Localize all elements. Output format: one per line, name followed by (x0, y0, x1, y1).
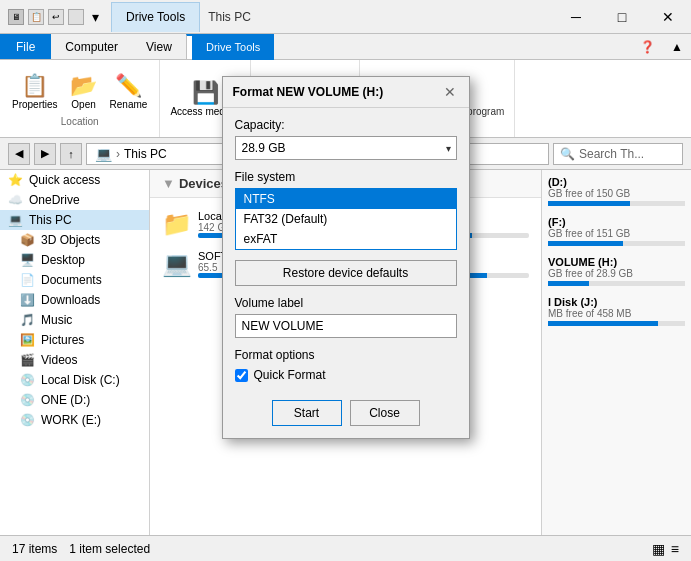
filesystem-dropdown: NTFS FAT32 (Default) exFAT (235, 188, 457, 250)
volume-label-label: Volume label (235, 296, 457, 310)
filesystem-option-fat32[interactable]: FAT32 (Default) (236, 209, 456, 229)
restore-defaults-button[interactable]: Restore device defaults (235, 260, 457, 286)
start-button[interactable]: Start (272, 400, 342, 426)
volume-label-input[interactable] (235, 314, 457, 338)
modal-title-bar: Format NEW VOLUME (H:) ✕ (223, 77, 469, 108)
capacity-select[interactable]: 28.9 GB (235, 136, 457, 160)
capacity-select-wrapper: 28.9 GB ▾ (235, 136, 457, 160)
close-dialog-button[interactable]: Close (350, 400, 420, 426)
quick-format-label[interactable]: Quick Format (254, 368, 326, 382)
modal-footer: Start Close (223, 392, 469, 438)
quick-format-row: Quick Format (235, 368, 457, 382)
capacity-label: Capacity: (235, 118, 457, 132)
filesystem-option-exfat[interactable]: exFAT (236, 229, 456, 249)
format-options-label: Format options (235, 348, 457, 362)
filesystem-option-ntfs[interactable]: NTFS (236, 189, 456, 209)
filesystem-label: File system (235, 170, 457, 184)
modal-body: Capacity: 28.9 GB ▾ File system NTFS FAT… (223, 108, 469, 392)
modal-close-button[interactable]: ✕ (441, 83, 459, 101)
modal-overlay: Format NEW VOLUME (H:) ✕ Capacity: 28.9 … (0, 0, 691, 561)
modal-title: Format NEW VOLUME (H:) (233, 85, 384, 99)
quick-format-checkbox[interactable] (235, 369, 248, 382)
format-dialog: Format NEW VOLUME (H:) ✕ Capacity: 28.9 … (222, 76, 470, 439)
